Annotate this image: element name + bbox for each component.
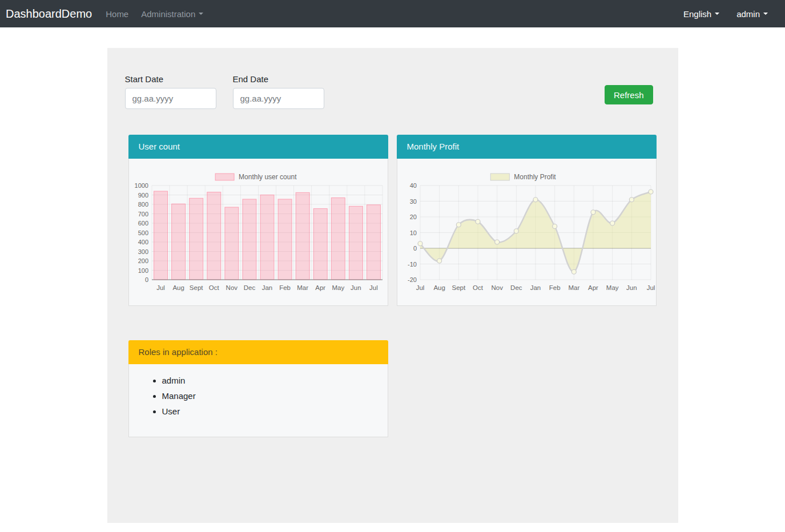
svg-text:700: 700	[138, 211, 148, 217]
nav-links: Home Administration	[106, 9, 203, 19]
start-date-label: Start Date	[125, 74, 216, 84]
chevron-down-icon	[199, 13, 203, 15]
user-count-chart-body: Monthly user count0100200300400500600700…	[128, 159, 388, 306]
nav-item-administration-label: Administration	[141, 9, 195, 19]
end-date-group: End Date	[233, 74, 324, 109]
svg-text:Apr: Apr	[588, 284, 598, 291]
roles-row: Roles in application : admin Manager Use…	[107, 340, 678, 437]
charts-row: User count Monthly user count01002003004…	[107, 135, 678, 306]
svg-text:Mar: Mar	[568, 284, 579, 291]
list-item: Manager	[162, 390, 388, 402]
roles-panel-body: admin Manager User	[128, 364, 388, 437]
user-dropdown[interactable]: admin	[736, 9, 768, 19]
navbar: DashboardDemo Home Administration Englis…	[0, 0, 785, 27]
svg-text:-20: -20	[408, 276, 417, 283]
svg-text:Monthly Profit: Monthly Profit	[514, 173, 556, 181]
svg-text:Sept: Sept	[189, 284, 203, 291]
refresh-button[interactable]: Refresh	[605, 85, 653, 104]
nav-item-home[interactable]: Home	[106, 9, 128, 19]
svg-text:500: 500	[138, 229, 148, 236]
nav-item-administration[interactable]: Administration	[141, 9, 203, 19]
svg-text:30: 30	[409, 198, 416, 205]
svg-text:800: 800	[138, 201, 148, 208]
svg-text:Feb: Feb	[549, 284, 560, 291]
svg-text:200: 200	[138, 257, 148, 264]
svg-text:Sept: Sept	[452, 284, 465, 291]
svg-text:20: 20	[409, 213, 416, 220]
list-item: admin	[162, 374, 388, 386]
roles-list: admin Manager User	[129, 374, 388, 417]
svg-text:Dec: Dec	[510, 284, 522, 291]
monthly-profit-chart-body: Monthly Profit-20-10010203040JulAugSeptO…	[397, 159, 657, 306]
svg-text:300: 300	[138, 248, 148, 255]
user-count-panel: User count Monthly user count01002003004…	[128, 135, 388, 306]
svg-text:1000: 1000	[134, 182, 148, 189]
brand[interactable]: DashboardDemo	[6, 7, 92, 21]
svg-text:Dec: Dec	[243, 284, 255, 291]
user-dropdown-label: admin	[736, 9, 760, 19]
start-date-input[interactable]	[125, 88, 216, 109]
start-date-group: Start Date	[125, 74, 216, 109]
svg-text:May: May	[332, 284, 344, 291]
svg-text:Jun: Jun	[351, 284, 361, 291]
svg-text:Nov: Nov	[491, 284, 503, 291]
end-date-input[interactable]	[233, 88, 324, 109]
chevron-down-icon	[763, 13, 768, 15]
svg-text:Aug: Aug	[433, 284, 445, 291]
svg-text:100: 100	[138, 267, 148, 274]
svg-text:600: 600	[138, 220, 148, 227]
list-item: User	[162, 405, 388, 417]
svg-text:May: May	[606, 284, 618, 291]
svg-text:Mar: Mar	[297, 284, 308, 291]
filter-row: Start Date End Date Refresh	[107, 48, 678, 109]
language-dropdown-label: English	[683, 9, 711, 19]
monthly-profit-panel-title: Monthly Profit	[397, 135, 657, 159]
roles-panel-title: Roles in application :	[128, 340, 388, 364]
svg-text:Jan: Jan	[261, 284, 272, 291]
nav-right: English admin	[683, 9, 768, 19]
svg-text:Nov: Nov	[226, 284, 237, 291]
monthly-profit-panel: Monthly Profit Monthly Profit-20-1001020…	[397, 135, 657, 306]
svg-text:Oct: Oct	[473, 284, 484, 291]
svg-text:Jul: Jul	[646, 284, 655, 291]
main-container: Start Date End Date Refresh User count M…	[107, 48, 678, 523]
roles-panel: Roles in application : admin Manager Use…	[128, 340, 388, 437]
svg-text:Jun: Jun	[626, 284, 637, 291]
svg-text:Jul: Jul	[416, 284, 424, 291]
svg-text:-10: -10	[408, 261, 417, 268]
svg-text:0: 0	[413, 245, 416, 252]
svg-text:Oct: Oct	[208, 284, 219, 291]
svg-text:Jan: Jan	[530, 284, 541, 291]
svg-text:Jul: Jul	[156, 284, 165, 291]
svg-text:10: 10	[409, 229, 416, 236]
svg-text:0: 0	[144, 276, 148, 283]
svg-text:400: 400	[138, 239, 148, 245]
monthly-profit-line-chart: Monthly Profit-20-10010203040JulAugSeptO…	[397, 159, 656, 303]
svg-text:Feb: Feb	[279, 284, 291, 291]
svg-text:Jul: Jul	[369, 284, 378, 291]
svg-text:Aug: Aug	[172, 284, 184, 291]
end-date-label: End Date	[233, 74, 324, 84]
user-count-bar-chart: Monthly user count0100200300400500600700…	[129, 159, 388, 303]
svg-text:40: 40	[409, 182, 416, 189]
user-count-panel-title: User count	[128, 135, 388, 159]
svg-text:900: 900	[138, 192, 148, 199]
language-dropdown[interactable]: English	[683, 9, 719, 19]
svg-text:Monthly user count: Monthly user count	[239, 173, 297, 181]
svg-text:Apr: Apr	[315, 284, 325, 291]
chevron-down-icon	[715, 13, 719, 15]
